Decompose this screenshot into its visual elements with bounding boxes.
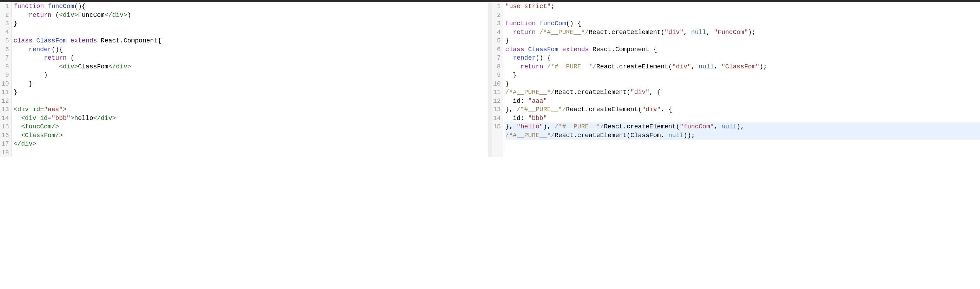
code-token: "div" bbox=[630, 89, 649, 96]
right-code-line[interactable]: }, "hello"), /*#__PURE__*/React.createEl… bbox=[506, 122, 980, 131]
right-code-area[interactable]: "use strict"; function funcCom() { retur… bbox=[503, 2, 980, 157]
code-token: return bbox=[513, 29, 536, 36]
left-line-number: 14 bbox=[2, 114, 9, 123]
code-token: class bbox=[506, 46, 524, 53]
left-code-area[interactable]: function funcCom(){ return (<div>FuncCom… bbox=[11, 2, 488, 157]
right-line-number: 15 bbox=[493, 122, 501, 131]
left-code-line[interactable] bbox=[14, 97, 488, 106]
code-token: null bbox=[699, 63, 714, 70]
left-line-number: 11 bbox=[2, 88, 9, 97]
left-code-line[interactable]: <div>ClassFom</div> bbox=[14, 62, 488, 71]
right-line-number: 4 bbox=[493, 28, 501, 37]
right-code-line[interactable]: } bbox=[506, 79, 980, 88]
left-line-number: 7 bbox=[2, 54, 9, 62]
right-code-line[interactable]: /*#__PURE__*/React.createElement(ClassFo… bbox=[506, 131, 980, 140]
code-token: </div> bbox=[108, 63, 131, 70]
right-line-number: 2 bbox=[493, 11, 501, 20]
code-token: extends bbox=[70, 37, 97, 44]
left-code-line[interactable]: } bbox=[14, 19, 488, 28]
left-code-line[interactable]: <div id="aaa"> bbox=[14, 105, 488, 114]
left-code-line[interactable]: <ClassFom/> bbox=[14, 131, 488, 140]
code-token: "funcCom" bbox=[680, 123, 714, 130]
code-token: <div bbox=[14, 106, 33, 113]
left-line-number: 13 bbox=[2, 105, 9, 114]
left-line-number: 8 bbox=[2, 62, 9, 71]
code-token: extends bbox=[562, 46, 589, 53]
code-token: "aaa" bbox=[528, 97, 547, 105]
right-gutter[interactable]: 123456789101112131415 bbox=[492, 2, 503, 157]
code-token: ); bbox=[748, 29, 756, 36]
code-token: /*#__PURE__*/ bbox=[506, 89, 555, 96]
code-token: "aaa" bbox=[44, 106, 63, 113]
code-token: ), bbox=[543, 123, 555, 130]
code-token: id: bbox=[506, 97, 528, 105]
code-token: React.createElement( bbox=[604, 123, 679, 130]
right-code-line[interactable]: return /*#__PURE__*/React.createElement(… bbox=[506, 28, 980, 37]
left-code-line[interactable]: function funcCom(){ bbox=[14, 2, 488, 11]
right-line-number: 8 bbox=[493, 62, 501, 71]
left-code-line[interactable]: return (<div>FuncCom</div>) bbox=[14, 11, 488, 20]
left-code-line[interactable]: render(){ bbox=[14, 45, 488, 54]
code-token: } bbox=[14, 20, 18, 27]
code-token: ) bbox=[14, 71, 48, 79]
right-code-line[interactable]: }, /*#__PURE__*/React.createElement("div… bbox=[506, 105, 980, 114]
code-token: "bbb" bbox=[52, 115, 70, 122]
code-token: function bbox=[14, 3, 44, 10]
code-token: }, bbox=[506, 106, 517, 113]
right-code-line[interactable]: } bbox=[506, 37, 980, 45]
code-token: , bbox=[714, 63, 722, 70]
code-token: class bbox=[14, 37, 33, 44]
left-code-line[interactable]: class ClassFom extends React.Component{ bbox=[14, 37, 488, 45]
code-token bbox=[14, 132, 21, 139]
pane-divider[interactable] bbox=[488, 2, 492, 157]
code-token: render bbox=[29, 46, 52, 53]
code-token: funcCom bbox=[539, 20, 566, 27]
right-line-number: 10 bbox=[493, 79, 501, 88]
code-token: return bbox=[44, 54, 67, 61]
left-gutter[interactable]: 123456789101112131415161718 bbox=[0, 2, 11, 157]
left-line-number: 15 bbox=[2, 122, 9, 131]
right-code-line[interactable]: id: "aaa" bbox=[506, 97, 980, 106]
code-token: return bbox=[520, 63, 543, 70]
code-token bbox=[558, 46, 562, 53]
code-token: /*#__PURE__*/ bbox=[517, 106, 566, 113]
right-code-line[interactable] bbox=[506, 11, 980, 20]
code-token bbox=[33, 37, 37, 44]
split-editor-container: 123456789101112131415161718 function fun… bbox=[0, 2, 980, 157]
right-code-line[interactable]: } bbox=[506, 71, 980, 79]
right-code-line[interactable]: id: "bbb" bbox=[506, 114, 980, 123]
code-token bbox=[506, 29, 513, 36]
code-token: id bbox=[33, 106, 40, 113]
code-token bbox=[506, 54, 513, 61]
right-code-line[interactable]: return /*#__PURE__*/React.createElement(… bbox=[506, 62, 980, 71]
left-code-line[interactable]: <div id="bbb">hello</div> bbox=[14, 114, 488, 123]
right-code-line[interactable]: /*#__PURE__*/React.createElement("div", … bbox=[506, 88, 980, 97]
code-token: } bbox=[506, 80, 509, 87]
right-line-number bbox=[493, 131, 501, 140]
right-code-line[interactable]: class ClassFom extends React.Component { bbox=[506, 45, 980, 54]
code-token: <div> bbox=[59, 63, 78, 70]
code-token: null bbox=[691, 29, 706, 36]
right-code-line[interactable]: function funcCom() { bbox=[506, 19, 980, 28]
code-token: /*#__PURE__*/ bbox=[547, 63, 596, 70]
left-code-line[interactable]: } bbox=[14, 79, 488, 88]
code-token bbox=[67, 37, 70, 44]
left-code-line[interactable]: </div> bbox=[14, 140, 488, 148]
code-token bbox=[14, 123, 21, 130]
code-token: null bbox=[668, 132, 683, 139]
code-token: "ClassFom" bbox=[721, 63, 759, 70]
code-token: "div" bbox=[642, 106, 661, 113]
left-code-line[interactable]: return ( bbox=[14, 54, 488, 62]
left-code-line[interactable]: } bbox=[14, 88, 488, 97]
left-code-line[interactable]: <funcCom/> bbox=[14, 122, 488, 131]
left-code-line[interactable] bbox=[14, 28, 488, 37]
code-token bbox=[506, 63, 520, 70]
code-token bbox=[14, 11, 29, 19]
left-code-line[interactable]: ) bbox=[14, 71, 488, 79]
right-code-line[interactable]: render() { bbox=[506, 54, 980, 62]
left-code-line[interactable] bbox=[14, 148, 488, 157]
code-token: /*#__PURE__*/ bbox=[539, 29, 589, 36]
left-line-number: 12 bbox=[2, 97, 9, 106]
right-code-line[interactable]: "use strict"; bbox=[506, 2, 980, 11]
code-token: <div bbox=[21, 115, 40, 122]
